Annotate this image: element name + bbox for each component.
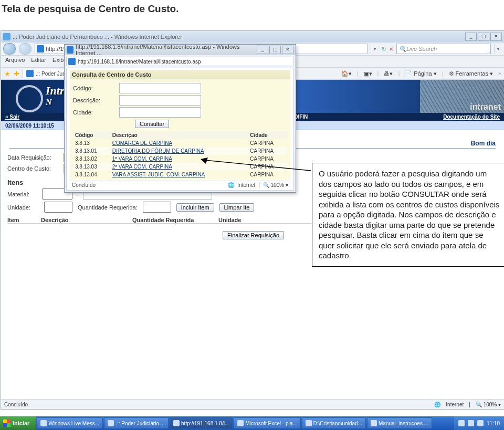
popup-address-text: http://191.168.1.8/intranet/Material/lis… <box>78 59 201 65</box>
cidade-input[interactable] <box>119 107 201 118</box>
cell-codigo: 3.8.13 <box>73 139 110 147</box>
lbl-desc: Descrição: <box>73 97 115 103</box>
taskbar-item[interactable]: Manual_instrucoes ... <box>367 417 432 429</box>
table-row: 3.8.13 COMARCA DE CARPINA CARPINA <box>73 139 287 147</box>
taskbar-item[interactable]: Windows Live Mess... <box>37 417 103 429</box>
popup-address-bar[interactable]: http://191.168.1.8/intranet/Material/lis… <box>66 57 294 66</box>
cell-codigo: 3.8.13.04 <box>73 171 110 179</box>
col-qtd: Quantidade Requerida <box>132 217 211 223</box>
col-item: Item <box>7 217 34 223</box>
status-net: Internet <box>446 402 464 407</box>
popup-zoom[interactable]: 🔍 100% ▾ <box>263 182 288 188</box>
popup-page-icon <box>68 58 76 65</box>
popup-statusbar: Concluído 🌐 Internet | 🔍 100% ▾ <box>70 181 290 189</box>
taskbar-item[interactable]: http://191.168.1.8/i... <box>170 417 233 429</box>
top-difin: DIFIN <box>294 114 308 120</box>
ie-title-text: .:: Poder Judiciário de Pernambuco ::. -… <box>13 34 182 40</box>
popup-status-done: Concluído <box>72 182 96 188</box>
finalizar-button[interactable]: Finalizar Requisição <box>223 231 284 239</box>
tray-icon[interactable] <box>458 420 465 426</box>
result-link[interactable]: VARA ASSIST. JUDIC. COM. CARPINA <box>112 172 205 177</box>
unidade-field[interactable] <box>44 202 72 213</box>
cell-cidade: CARPINA <box>248 147 287 155</box>
result-link[interactable]: COMARCA DE CARPINA <box>112 140 172 146</box>
banner-title: IntrN <box>46 84 64 107</box>
print-icon[interactable]: 🖶▾ <box>384 70 393 77</box>
taskbar-item[interactable]: Microsoft Excel - pla... <box>234 417 300 429</box>
lbl-cidade: Cidade: <box>73 109 115 116</box>
internet-zone-icon: 🌐 <box>228 182 234 188</box>
centro-label: Centro de Custo: <box>7 165 60 172</box>
minimize-button[interactable]: _ <box>465 33 477 41</box>
page-caption: Tela de pesquisa de Centro de Custo. <box>0 0 504 19</box>
tools-menu[interactable]: ⚙ Ferramentas ▾ <box>449 70 493 77</box>
search-input[interactable]: 🔍 Live Search <box>396 44 491 54</box>
menu-editar[interactable]: Editar <box>31 57 46 66</box>
start-label: Iniciar <box>13 420 29 426</box>
page-icon <box>37 45 44 53</box>
cell-cidade: CARPINA <box>248 139 287 147</box>
consultar-button[interactable]: Consultar <box>135 120 169 128</box>
popup-minimize-button[interactable]: _ <box>257 46 268 54</box>
ie-statusbar: Concluído 🌐 Internet | 🔍 100% ▾ <box>1 399 504 409</box>
qtd-field[interactable] <box>143 202 171 213</box>
search-placeholder: Live Search <box>406 46 437 52</box>
favorites-icon[interactable]: ★ <box>4 70 10 78</box>
search-dropdown-icon[interactable]: ▼ <box>494 44 502 54</box>
taskbar-app-icon <box>306 420 312 426</box>
cell-codigo: 3.8.13.02 <box>73 155 110 163</box>
data-req-label: Data Requisição: <box>7 154 60 161</box>
cell-codigo: 3.8.13.01 <box>73 147 110 155</box>
page-menu[interactable]: 📄 Página ▾ <box>405 70 436 77</box>
taskbar-item[interactable]: .:: Poder Judiciário ... <box>104 417 169 429</box>
codigo-input[interactable] <box>119 83 201 93</box>
system-tray[interactable]: 11:10 <box>454 416 504 430</box>
cell-codigo: 3.8.13.03 <box>73 163 110 171</box>
refresh-icon[interactable]: ↻ <box>382 46 386 52</box>
th-desc: Descriçao <box>110 131 248 139</box>
result-link[interactable]: 2ª VARA COM. CARPINA <box>112 164 172 170</box>
tray-icon[interactable] <box>468 420 474 426</box>
start-button[interactable]: Iniciar <box>0 416 36 430</box>
add-favorite-icon[interactable]: ✚ <box>14 70 19 78</box>
stop-icon[interactable]: ✕ <box>389 46 393 52</box>
back-button[interactable] <box>3 43 16 55</box>
descricao-input[interactable] <box>119 95 201 106</box>
taskbar-app-icon <box>108 420 114 426</box>
home-icon[interactable]: 🏠▾ <box>341 70 352 77</box>
svg-marker-1 <box>201 158 208 164</box>
material-label: Material: <box>7 191 39 197</box>
address-dropdown-icon[interactable]: ▼ <box>371 44 379 54</box>
overflow-icon[interactable]: » <box>498 71 501 76</box>
th-codigo: Código <box>73 131 110 139</box>
logo-icon <box>16 85 43 112</box>
result-link[interactable]: 1ª VARA COM. CARPINA <box>112 156 172 162</box>
date-stamp: 02/06/2009 11:10:15 <box>5 123 54 129</box>
doc-link[interactable]: Documentação do Site <box>443 114 500 120</box>
intranet-label: intranet <box>470 102 501 112</box>
result-link[interactable]: DIRETORIA DO FÓRUM DE CARPINA <box>112 148 204 154</box>
maximize-button[interactable]: ▢ <box>478 33 489 41</box>
popup-status-net: Internet <box>237 182 255 188</box>
ie-titlebar: .:: Poder Judiciário de Pernambuco ::. -… <box>1 31 504 43</box>
taskbar-item[interactable]: D:\Cristiano\unidad... <box>302 417 366 429</box>
popup-title-text: http://191.168.1.8/intranet/Material/lis… <box>76 44 255 56</box>
feeds-icon[interactable]: ▣▾ <box>364 70 372 77</box>
sair-link[interactable]: « Sair <box>5 114 19 120</box>
popup-maximize-button[interactable]: ▢ <box>269 46 281 54</box>
annotation-box: O usuário poderá fazer a pesquisa digita… <box>312 163 504 267</box>
qtd-label: Quantidade Requerida: <box>78 204 138 211</box>
tray-icon[interactable] <box>477 420 484 426</box>
menu-arquivo[interactable]: Arquivo <box>5 57 25 66</box>
annotation-arrow <box>201 158 313 173</box>
incluir-item-button[interactable]: Incluir Item <box>176 203 214 212</box>
lbl-codigo: Código: <box>73 85 115 91</box>
popup-close-button[interactable]: ✕ <box>282 46 293 54</box>
status-zoom[interactable]: 🔍 100% ▾ <box>476 402 501 407</box>
forward-button[interactable] <box>19 43 32 55</box>
clock: 11:10 <box>487 421 500 426</box>
limpar-item-button[interactable]: Limpar Ite <box>219 203 255 212</box>
col-desc: Descrição <box>41 217 125 223</box>
popup-titlebar: http://191.168.1.8/intranet/Material/lis… <box>65 45 296 55</box>
close-button[interactable]: ✕ <box>490 33 502 41</box>
